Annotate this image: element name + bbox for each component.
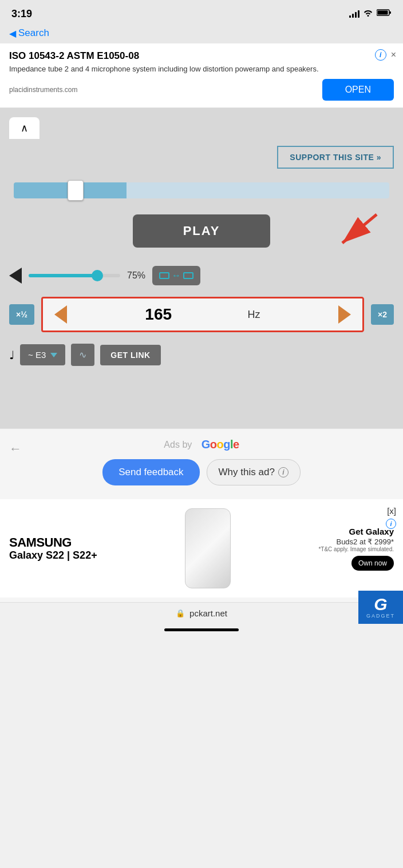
samsung-ad: [x] i SAMSUNG Galaxy S22 | S22+ Get Gala… [0,499,403,598]
wave-icon: ∿ [79,349,86,360]
ads-action-buttons: Send feedback Why this ad? i [9,459,394,485]
volume-percentage: 75% [127,270,145,281]
battery-icon [377,9,392,19]
phone-shape [185,508,231,588]
gadget-logo: G GADGET [358,591,403,624]
back-button[interactable]: ◀ Search [9,27,394,39]
channel-right-icon [183,272,193,279]
get-link-button[interactable]: GET LINK [100,345,160,365]
browser-bar: 🔒 pckart.net G GADGET [0,602,403,624]
note-dropdown-arrow-icon [50,353,57,357]
status-icons [349,9,392,19]
back-label: Search [18,27,49,39]
play-row: PLAY [9,214,394,248]
support-row: SUPPORT THIS SITE » [9,146,394,169]
freq-slider-container [9,182,394,201]
promo-title: Get Galaxy [318,527,394,536]
play-button[interactable]: PLAY [133,214,270,248]
ad-footer: placidinstruments.com OPEN [9,79,394,101]
ad-close-button[interactable]: × [391,50,396,60]
freq-increase-button[interactable] [336,303,353,326]
samsung-ad-close-button[interactable]: [x] [387,506,396,516]
app-area: ∧ SUPPORT THIS SITE » PLAY 75% ↔ [0,108,403,428]
google-ads-section: ← Ads by Google Send feedback Why this a… [0,428,403,495]
samsung-ad-info-button[interactable]: i [386,519,396,529]
why-this-ad-button[interactable]: Why this ad? i [207,459,301,485]
ad-info-button[interactable]: i [375,49,386,61]
wave-button[interactable]: ∿ [71,344,94,366]
samsung-model: Galaxy S22 | S22+ [9,550,97,562]
note-value: ~ E3 [28,350,46,360]
freq-right-arrow-icon [338,305,351,324]
home-indicator [0,624,403,640]
ad-description: Impedance tube 2 and 4 microphone system… [9,64,394,74]
nav-bar: ◀ Search [0,25,403,43]
samsung-brand-name: SAMSUNG [9,536,97,550]
music-note-icon: ♩ [9,348,14,362]
freq-unit: Hz [248,309,260,321]
ads-header: Ads by Google [164,438,239,451]
browser-url[interactable]: pckart.net [189,608,227,618]
lock-icon: 🔒 [176,609,185,618]
volume-thumb [92,270,103,281]
volume-icon [9,268,22,284]
svg-line-4 [342,214,377,243]
signal-icon [349,10,359,18]
note-row: ♩ ~ E3 ∿ GET LINK [9,344,394,366]
samsung-promo: Get Galaxy Buds2 at ₹ 2999* *T&C apply. … [318,527,394,571]
promo-note: *T&C apply. Image simulated. [318,546,394,552]
volume-row: 75% ↔ [9,266,394,285]
ads-back-button[interactable]: ← [9,441,22,456]
samsung-phone-image [102,508,314,588]
channel-arrows-icon: ↔ [172,270,181,281]
home-bar[interactable] [164,628,239,631]
arrow-annotation [291,209,382,266]
samsung-ad-content: SAMSUNG Galaxy S22 | S22+ Get Galaxy Bud… [9,508,394,588]
support-button[interactable]: SUPPORT THIS SITE » [277,146,394,169]
svg-rect-2 [389,11,391,14]
half-freq-button[interactable]: ×½ [9,304,34,325]
promo-sub: Buds2 at ₹ 2999* [318,537,394,546]
send-feedback-button[interactable]: Send feedback [102,459,199,485]
samsung-logo: SAMSUNG Galaxy S22 | S22+ [9,536,97,562]
status-bar: 3:19 [0,0,403,25]
channel-button[interactable]: ↔ [152,266,200,285]
ad-url: placidinstruments.com [9,86,77,94]
freq-value: 165 [145,305,172,324]
volume-slider-track [29,274,120,277]
why-ad-info-icon: i [278,467,289,477]
ad-banner: i × ISO 10543-2 ASTM E1050-08 Impedance … [0,43,403,108]
freq-decrease-button[interactable] [52,303,69,326]
google-logo: Google [201,438,239,451]
ad-title: ISO 10543-2 ASTM E1050-08 [9,50,394,62]
own-now-button[interactable]: Own now [351,556,394,571]
status-time: 3:19 [11,8,32,20]
wifi-icon [363,9,373,19]
double-freq-button[interactable]: ×2 [371,304,394,325]
freq-control-row: ×½ 165 Hz ×2 [9,297,394,332]
freq-slider[interactable] [14,182,389,198]
freq-left-arrow-icon [54,305,67,324]
why-ad-label: Why this ad? [219,467,275,478]
bottom-spacer: [x] i SAMSUNG Galaxy S22 | S22+ Get Gala… [0,495,403,602]
ads-header-row: ← Ads by Google [9,438,394,459]
ads-by-text: Ads by [164,440,192,450]
freq-display: 165 Hz [41,297,364,332]
note-select-button[interactable]: ~ E3 [20,344,65,365]
gadget-text: GADGET [366,613,395,619]
ad-open-button[interactable]: OPEN [322,79,394,101]
collapse-button[interactable]: ∧ [9,117,39,139]
channel-left-icon [159,272,169,279]
svg-rect-1 [378,11,388,15]
back-chevron-icon: ◀ [9,28,16,39]
ad-controls: i × [375,49,396,61]
gadget-g-letter: G [374,596,387,613]
